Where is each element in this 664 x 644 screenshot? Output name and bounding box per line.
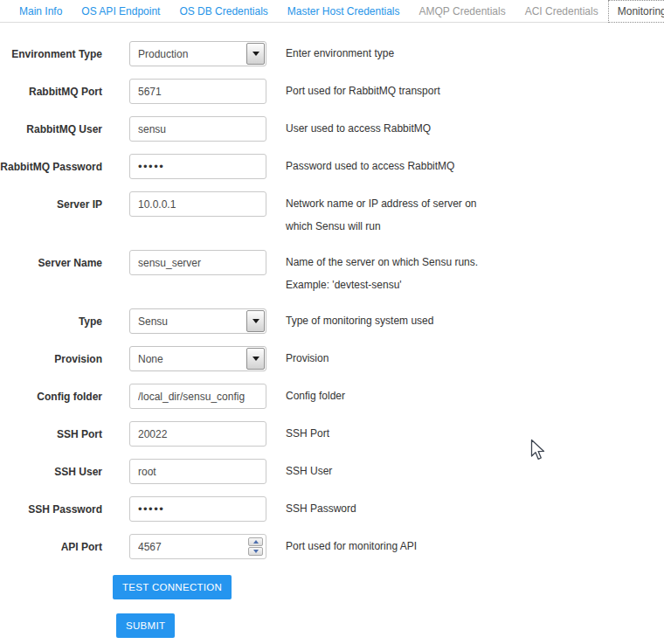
form-row-environment-type: Environment Type Production Enter enviro…	[0, 41, 664, 66]
tab-master-host-credentials[interactable]: Master Host Credentials	[278, 5, 410, 17]
chevron-down-icon[interactable]	[246, 348, 265, 370]
field-label: RabbitMQ Port	[0, 79, 102, 104]
tab-main-info[interactable]: Main Info	[10, 5, 72, 17]
type-select[interactable]: Sensu	[129, 308, 266, 334]
form-row-type: Type Sensu Type of monitoring system use…	[0, 308, 664, 334]
spinner-up-icon[interactable]	[248, 537, 263, 546]
tab-bar: Main Info OS API Endpoint OS DB Credenti…	[0, 0, 664, 23]
form-row-rabbitmq-password: RabbitMQ Password Password used to acces…	[0, 154, 664, 179]
monitoring-settings-page: Main Info OS API Endpoint OS DB Credenti…	[0, 0, 664, 644]
field-help: Type of monitoring system used	[286, 308, 433, 334]
submit-button[interactable]: SUBMIT	[116, 613, 175, 638]
field-help: Network name or IP address of server on …	[286, 191, 495, 238]
form-row-server-ip: Server IP Network name or IP address of …	[0, 191, 664, 238]
field-label: Server Name	[0, 250, 102, 296]
field-label: Config folder	[0, 384, 102, 409]
select-value: None	[138, 353, 163, 365]
form-row-rabbitmq-user: RabbitMQ User User used to access Rabbit…	[0, 116, 664, 142]
field-help: Password used to access RabbitMQ	[286, 154, 454, 179]
form-row-provision: Provision None Provision	[0, 346, 664, 371]
form-row-rabbitmq-port: RabbitMQ Port Port used for RabbitMQ tra…	[0, 79, 664, 104]
server-name-input[interactable]	[129, 250, 266, 275]
field-help: Provision	[286, 346, 329, 371]
number-spinner	[248, 537, 263, 556]
select-value: Production	[138, 48, 188, 60]
ssh-port-input[interactable]	[129, 421, 266, 447]
form-row-ssh-user: SSH User SSH User	[0, 459, 664, 484]
chevron-down-icon[interactable]	[246, 43, 265, 65]
tab-monitoring[interactable]: Monitoring	[608, 0, 664, 23]
monitoring-form: Environment Type Production Enter enviro…	[0, 23, 664, 638]
field-label: SSH Password	[0, 496, 102, 522]
chevron-down-icon[interactable]	[246, 310, 265, 332]
form-row-config-folder: Config folder Config folder	[0, 384, 664, 409]
field-help: SSH User	[286, 459, 332, 484]
select-value: Sensu	[138, 315, 168, 328]
field-help: Enter environment type	[286, 41, 394, 66]
field-help: Config folder	[286, 384, 345, 409]
field-label: SSH Port	[0, 421, 102, 447]
field-label: Type	[0, 308, 102, 334]
form-row-ssh-password: SSH Password SSH Password	[0, 496, 664, 522]
provision-select[interactable]: None	[129, 346, 266, 371]
tab-aci-credentials[interactable]: ACI Credentials	[515, 5, 608, 17]
server-ip-input[interactable]	[129, 191, 266, 217]
field-label: RabbitMQ Password	[0, 154, 102, 179]
api-port-input[interactable]	[129, 534, 266, 559]
field-label: SSH User	[0, 459, 102, 484]
test-connection-button[interactable]: TEST CONNECTION	[113, 575, 232, 599]
tab-amqp-credentials[interactable]: AMQP Credentials	[410, 5, 515, 17]
ssh-user-input[interactable]	[129, 459, 266, 484]
field-label: Server IP	[0, 191, 102, 238]
tab-os-db-credentials[interactable]: OS DB Credentials	[169, 5, 277, 17]
tab-os-api-endpoint[interactable]: OS API Endpoint	[72, 5, 169, 17]
field-label: API Port	[0, 534, 102, 559]
field-help: Name of the server on which Sensu runs. …	[286, 250, 495, 296]
field-label: Environment Type	[0, 41, 102, 66]
spinner-down-icon[interactable]	[248, 547, 263, 556]
rabbitmq-user-input[interactable]	[129, 116, 266, 142]
field-help: Port used for monitoring API	[286, 534, 417, 559]
rabbitmq-port-input[interactable]	[129, 79, 266, 104]
field-help: SSH Password	[286, 496, 356, 522]
environment-type-select[interactable]: Production	[129, 41, 266, 66]
form-row-ssh-port: SSH Port SSH Port	[0, 421, 664, 447]
form-row-api-port: API Port Port used for monitoring API	[0, 534, 664, 559]
field-help: User used to access RabbitMQ	[286, 116, 431, 142]
field-label: RabbitMQ User	[0, 116, 102, 142]
field-help: Port used for RabbitMQ transport	[286, 79, 440, 104]
ssh-password-input[interactable]	[129, 496, 266, 522]
form-row-server-name: Server Name Name of the server on which …	[0, 250, 664, 296]
config-folder-input[interactable]	[129, 384, 266, 409]
field-label: Provision	[0, 346, 102, 371]
field-help: SSH Port	[286, 421, 329, 447]
rabbitmq-password-input[interactable]	[129, 154, 266, 179]
